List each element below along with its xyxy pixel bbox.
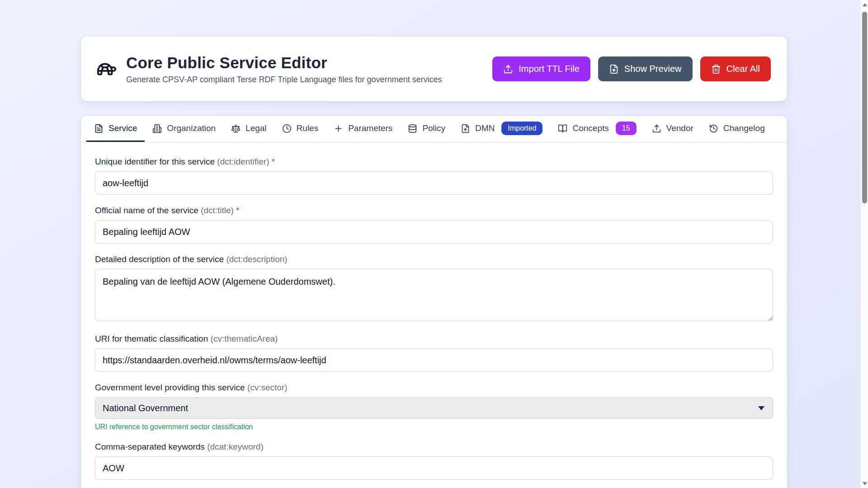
- description-qualifier: (dct:description): [226, 254, 287, 264]
- title-label: Official name of the service (dct:title)…: [95, 206, 773, 216]
- scale-icon: [231, 124, 241, 133]
- tab-rules[interactable]: Rules: [274, 116, 326, 142]
- history-icon: [709, 124, 718, 133]
- import-ttl-button[interactable]: Import TTL File: [492, 56, 590, 81]
- identifier-field-group: Unique identifier for this service (dct:…: [95, 157, 773, 195]
- tab-parameters[interactable]: Parameters: [326, 116, 400, 142]
- tab-legal-label: Legal: [245, 123, 267, 133]
- plus-icon: [334, 124, 343, 133]
- identifier-label: Unique identifier for this service (dct:…: [95, 157, 773, 167]
- sector-help-text: URI reference to government sector class…: [95, 423, 773, 431]
- book-open-icon: [558, 124, 567, 133]
- thematic-area-input[interactable]: [95, 348, 773, 372]
- scroll-up-arrow[interactable]: [861, 1, 868, 8]
- service-form: Unique identifier for this service (dct:…: [81, 142, 787, 488]
- show-preview-button[interactable]: Show Preview: [598, 56, 693, 81]
- keywords-field-group: Comma-separated keywords (dcat:keyword): [95, 442, 773, 480]
- tab-rules-label: Rules: [297, 123, 319, 133]
- building-icon: [152, 124, 162, 133]
- clear-all-label: Clear All: [726, 64, 760, 74]
- scroll-down-arrow[interactable]: [861, 480, 868, 487]
- tab-concepts-label: Concepts: [572, 123, 609, 133]
- import-ttl-label: Import TTL File: [519, 64, 579, 74]
- file-up-icon: [461, 124, 470, 133]
- imported-badge: Imported: [501, 122, 542, 135]
- trash-icon: [711, 64, 721, 74]
- thematic-area-label: URI for thematic classification (cv:them…: [95, 334, 773, 344]
- title-field-group: Official name of the service (dct:title)…: [95, 206, 773, 244]
- tab-service-label: Service: [108, 123, 137, 133]
- sector-field-group: Government level providing this service …: [95, 383, 773, 431]
- title-input[interactable]: [95, 220, 773, 244]
- keywords-qualifier: (dcat:keyword): [207, 442, 264, 451]
- header-actions: Import TTL File Show Preview Clear All: [492, 56, 771, 81]
- database-icon: [408, 124, 417, 133]
- turtle-icon: [96, 59, 117, 80]
- tab-service[interactable]: Service: [86, 116, 145, 142]
- tab-policy-label: Policy: [422, 123, 445, 133]
- keywords-label: Comma-separated keywords (dcat:keyword): [95, 442, 773, 452]
- tab-concepts[interactable]: Concepts 15: [550, 116, 644, 142]
- description-field-group: Detailed description of the service (dct…: [95, 254, 773, 323]
- brand: Core Public Service Editor Generate CPSV…: [96, 54, 442, 84]
- app-header: Core Public Service Editor Generate CPSV…: [81, 37, 787, 101]
- tab-organization-label: Organization: [167, 123, 216, 133]
- sector-label: Government level providing this service …: [95, 383, 773, 393]
- tab-dmn-label: DMN: [475, 123, 495, 133]
- sector-select[interactable]: National Government: [95, 397, 773, 419]
- thematic-area-field-group: URI for thematic classification (cv:them…: [95, 334, 773, 372]
- required-asterisk: *: [272, 157, 275, 166]
- tab-changelog-label: Changelog: [723, 123, 765, 133]
- title-qualifier: (dct:title): [201, 206, 234, 215]
- tab-vendor-label: Vendor: [666, 123, 693, 133]
- file-text-icon: [94, 124, 104, 133]
- tab-dmn[interactable]: DMN Imported: [453, 116, 550, 142]
- clear-all-button[interactable]: Clear All: [700, 56, 771, 81]
- upload-icon: [503, 64, 513, 74]
- tab-vendor[interactable]: Vendor: [644, 116, 701, 142]
- editor-card: Service Organization Legal: [81, 116, 787, 488]
- tab-policy[interactable]: Policy: [400, 116, 453, 142]
- show-preview-label: Show Preview: [624, 64, 682, 74]
- vertical-scrollbar[interactable]: [860, 0, 868, 488]
- page-subtitle: Generate CPSV-AP compliant Terse RDF Tri…: [126, 75, 442, 84]
- tab-parameters-label: Parameters: [348, 123, 392, 133]
- required-asterisk: *: [236, 206, 239, 215]
- clock-icon: [282, 124, 292, 133]
- scrollbar-thumb[interactable]: [862, 12, 867, 203]
- sector-qualifier: (cv:sector): [247, 383, 288, 392]
- description-textarea[interactable]: Bepaling van de leeftijd AOW (Algemene O…: [95, 269, 773, 321]
- file-up-icon: [609, 64, 619, 74]
- upload-icon: [652, 124, 661, 133]
- thematic-area-qualifier: (cv:thematicArea): [211, 334, 278, 343]
- tab-changelog[interactable]: Changelog: [701, 116, 773, 142]
- identifier-input[interactable]: [95, 171, 773, 195]
- tab-bar: Service Organization Legal: [81, 116, 787, 142]
- concepts-count-badge: 15: [616, 122, 637, 135]
- description-label: Detailed description of the service (dct…: [95, 254, 773, 264]
- tab-organization[interactable]: Organization: [145, 116, 223, 142]
- page-title: Core Public Service Editor: [126, 54, 442, 72]
- tab-legal[interactable]: Legal: [223, 116, 274, 142]
- identifier-qualifier: (dct:identifier): [217, 157, 269, 166]
- keywords-input[interactable]: [95, 456, 773, 480]
